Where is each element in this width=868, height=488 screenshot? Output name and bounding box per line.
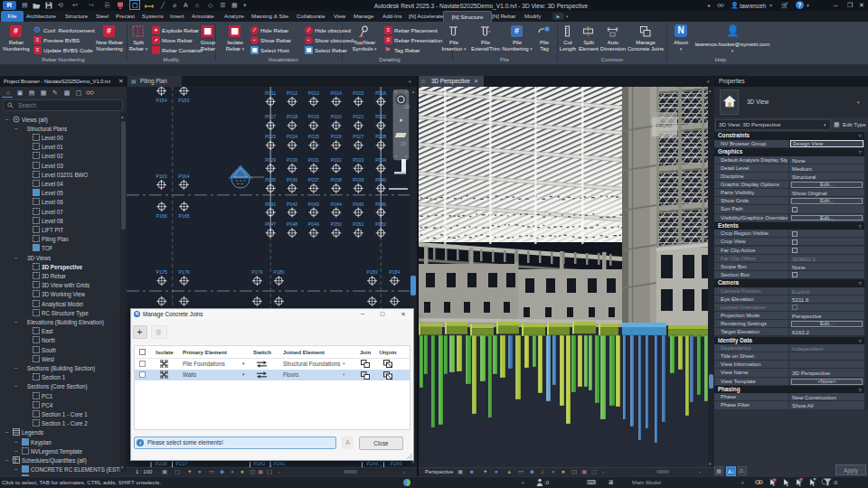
svg-text:P245: P245: [390, 461, 401, 466]
svg-text:P052: P052: [375, 221, 386, 227]
svg-text:P043: P043: [308, 202, 319, 207]
svg-text:P021: P021: [353, 114, 363, 119]
svg-text:P045: P045: [353, 202, 363, 207]
svg-text:P023: P023: [265, 134, 276, 139]
svg-text:P025: P025: [308, 134, 319, 139]
svg-text:P153: P153: [178, 98, 189, 103]
svg-text:P180: P180: [273, 269, 284, 275]
svg-text:P012: P012: [287, 90, 297, 96]
svg-text:P051: P051: [353, 221, 363, 227]
svg-text:P022: P022: [375, 114, 386, 119]
svg-text:P046: P046: [375, 202, 386, 207]
svg-text:P037: P037: [308, 177, 319, 183]
svg-text:P020: P020: [331, 114, 342, 119]
svg-text:P014: P014: [331, 90, 342, 96]
svg-text:P019: P019: [308, 114, 319, 119]
svg-text:P237: P237: [175, 461, 187, 466]
svg-text:P017: P017: [265, 114, 276, 119]
svg-text:P246: P246: [366, 461, 378, 466]
svg-text:P241: P241: [273, 461, 285, 466]
svg-text:P031: P031: [308, 157, 319, 163]
svg-text:P018: P018: [287, 114, 297, 119]
svg-text:P238: P238: [155, 461, 166, 466]
svg-text:P042: P042: [287, 202, 297, 207]
svg-text:P036: P036: [287, 177, 297, 183]
svg-text:P183: P183: [367, 269, 378, 275]
svg-text:P041: P041: [265, 202, 276, 207]
svg-text:P038: P038: [331, 177, 342, 183]
svg-text:2D: 2D: [401, 141, 407, 146]
svg-text:P029: P029: [265, 157, 276, 163]
svg-text:FRONT: FRONT: [656, 123, 675, 128]
svg-text:P028: P028: [375, 134, 386, 139]
svg-text:P027: P027: [353, 134, 363, 139]
svg-text:P184: P184: [389, 269, 400, 275]
svg-text:P026: P026: [331, 134, 342, 139]
svg-text:P033: P033: [353, 157, 363, 163]
svg-text:P048: P048: [287, 221, 297, 227]
svg-text:P039: P039: [353, 177, 363, 183]
svg-text:P030: P030: [287, 157, 297, 163]
svg-text:P050: P050: [331, 221, 342, 227]
svg-text:P047: P047: [265, 221, 276, 227]
svg-text:P154: P154: [156, 98, 166, 103]
svg-text:P163: P163: [156, 174, 166, 179]
svg-text:P164: P164: [178, 174, 189, 179]
svg-text:P040: P040: [375, 177, 386, 183]
svg-text:P016: P016: [375, 90, 386, 96]
svg-text:P166: P166: [156, 213, 167, 219]
svg-text:P179: P179: [251, 269, 262, 275]
svg-text:P035: P035: [265, 177, 276, 183]
svg-text:P015: P015: [353, 90, 363, 96]
svg-text:P044: P044: [331, 202, 342, 207]
svg-text:P165: P165: [179, 213, 190, 219]
svg-text:P242: P242: [253, 461, 265, 466]
svg-text:P049: P049: [308, 221, 319, 227]
svg-text:P032: P032: [331, 157, 342, 163]
svg-text:P176: P176: [179, 269, 190, 275]
svg-text:P024: P024: [287, 134, 297, 139]
svg-text:P011: P011: [265, 90, 276, 96]
svg-text:P013: P013: [308, 90, 319, 96]
svg-text:P034: P034: [375, 157, 386, 163]
svg-text:P175: P175: [156, 269, 167, 275]
